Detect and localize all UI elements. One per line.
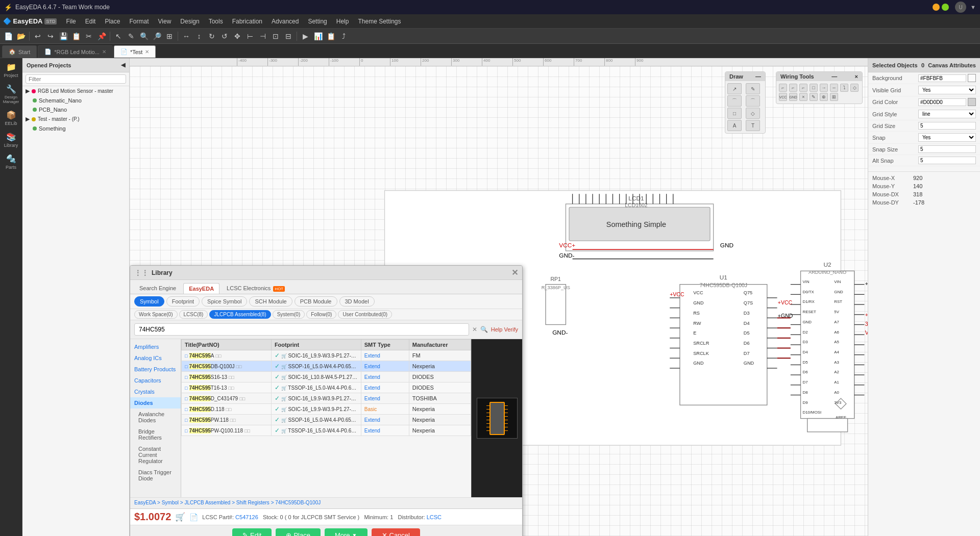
breadcrumb-shift-registers[interactable]: Shift Registers	[236, 500, 270, 505]
cat-amplifiers[interactable]: Amplifiers	[130, 341, 181, 352]
more-button[interactable]: More ▼	[325, 528, 368, 536]
type-tab-footprint[interactable]: Footprint	[166, 296, 200, 307]
search-tab-easyeda[interactable]: EasyEDA	[183, 283, 219, 294]
sidebar-item-design-manager[interactable]: 🔧 DesignManager	[2, 82, 21, 106]
class-tab-jlcpcb[interactable]: JLCPCB Assembled(8)	[209, 310, 271, 319]
tb-align-r[interactable]: ⊣	[257, 30, 269, 42]
breadcrumb-part[interactable]: 74HC595DB-Q100J	[275, 500, 321, 505]
tb-undo[interactable]: ↩	[32, 30, 44, 42]
dp-text[interactable]: A	[727, 120, 742, 131]
dp-arc1[interactable]: ⌒	[727, 95, 742, 107]
gc-color-swatch[interactable]	[968, 98, 976, 106]
cat-capacitors[interactable]: Capacitors	[130, 375, 181, 386]
tree-something[interactable]: Something	[22, 124, 129, 133]
cat-constant-current[interactable]: Constant Current Regulator	[130, 443, 181, 467]
attr-snapsize-value[interactable]	[918, 145, 976, 153]
search-clear-btn[interactable]: ✕	[472, 326, 477, 333]
wt-busentry[interactable]: ↔	[830, 84, 838, 92]
table-row[interactable]: □ 74HC595S16-13 □□ ✓ 🛒 SOIC-16_L10.8-W4.…	[182, 372, 471, 382]
class-tab-follow[interactable]: Follow(0)	[306, 310, 336, 319]
table-row-selected[interactable]: □ 74HC595DB-Q100J □□ ✓ 🛒 SSOP-16_L5.0-W4…	[182, 361, 471, 372]
class-tab-user[interactable]: User Contributed(0)	[338, 310, 392, 319]
menu-design[interactable]: Design	[176, 16, 203, 27]
tb-share[interactable]: ⤴	[337, 30, 350, 42]
popup-close-btn[interactable]: ✕	[511, 268, 518, 277]
wiring-tools-close[interactable]: ×	[855, 73, 858, 80]
tb-align-l[interactable]: ⊢	[244, 30, 256, 42]
type-tab-3d-model[interactable]: 3D Model	[339, 296, 375, 307]
user-menu[interactable]: ▼	[970, 4, 976, 10]
attr-snap-select[interactable]: YesNo	[918, 133, 976, 142]
attr-bg-value[interactable]	[918, 74, 966, 82]
cat-analog-ics[interactable]: Analog ICs	[130, 352, 181, 364]
wt-grid[interactable]: ⊞	[830, 93, 838, 101]
table-row[interactable]: □ 74HC595D.118 □□ ✓ 🛒 SOIC-16_L9.9-W3.9-…	[182, 404, 471, 415]
tb-wire[interactable]: ✎	[125, 30, 137, 42]
dp-arc2[interactable]: ⌒	[746, 95, 760, 107]
wt-noconnect[interactable]: ⤵	[840, 84, 848, 92]
tree-test-project[interactable]: ▶ Test - master - (P.)	[22, 114, 129, 124]
tb-select[interactable]: ↖	[112, 30, 125, 42]
search-tab-engine[interactable]: Search Engine	[134, 283, 181, 294]
class-tab-workspace[interactable]: Work Space(0)	[134, 310, 178, 319]
draw-panel-close[interactable]: —	[755, 73, 761, 80]
wt-power[interactable]: ◇	[850, 84, 859, 92]
component-table-area[interactable]: Title(PartNO) Footprint SMT Type Manufac…	[181, 339, 471, 497]
tb-redo[interactable]: ↪	[44, 30, 57, 42]
dp-circle[interactable]: ◇	[746, 108, 760, 119]
type-tab-sch-module[interactable]: SCH Module	[249, 296, 292, 307]
cart-button[interactable]: 🛒	[175, 512, 185, 522]
table-row[interactable]: □ 74HC595PW-Q100.118 □□ ✓ 🛒 TSSOP-16_L5.…	[182, 425, 471, 436]
sidebar-item-library[interactable]: 📚 Library	[2, 130, 21, 150]
attr-gs-select[interactable]: linedot	[918, 110, 976, 118]
table-row[interactable]: □ 74HC595D_C431479 □□ ✓ 🛒 SOIC-16_L9.9-W…	[182, 393, 471, 404]
search-tab-lcsc[interactable]: LCSC Electronics HOT	[222, 283, 290, 294]
table-row[interactable]: □ 74HC595A □□ ✓ 🛒 SOIC-16_L9.9-W3.9-P1.2…	[182, 350, 471, 361]
tb-bom[interactable]: 📋	[325, 30, 337, 42]
tb-rotate-cw[interactable]: ↻	[206, 30, 218, 42]
tb-sim[interactable]: ▶	[299, 30, 311, 42]
cat-diacs-trigger[interactable]: Diacs Trigger Diode	[130, 467, 181, 484]
tb-mirror-h[interactable]: ↔	[180, 30, 192, 42]
wt-vcc[interactable]: VCC	[779, 93, 787, 101]
tree-schematic-nano[interactable]: Schematic_Nano	[22, 96, 129, 105]
menu-format[interactable]: Format	[125, 16, 153, 27]
wt-pencil[interactable]: ✎	[810, 93, 818, 101]
sidebar-item-parts[interactable]: 🔩 Parts	[2, 152, 21, 172]
tree-pcb-nano[interactable]: PCB_Nano	[22, 105, 129, 114]
table-row[interactable]: □ 74HC595T16-13 □□ ✓ 🛒 TSSOP-16_L5.0-W4.…	[182, 382, 471, 393]
wt-netflag[interactable]: →	[820, 84, 828, 92]
class-tab-lcsc[interactable]: LCSC(8)	[179, 310, 208, 319]
sidebar-item-project[interactable]: 📁 Project	[2, 60, 21, 80]
tb-ungroup[interactable]: ⊟	[282, 30, 295, 42]
tb-zoom-in[interactable]: 🔍	[138, 30, 150, 42]
menu-place[interactable]: Place	[101, 16, 124, 27]
attr-gsize-value[interactable]	[918, 122, 976, 130]
cat-battery[interactable]: Battery Products	[130, 364, 181, 375]
canvas-area[interactable]: -400 -300 -200 -100 0 100 200 300 400 50…	[130, 58, 868, 536]
edit-button[interactable]: ✎ Edit	[232, 528, 272, 536]
wiring-tools-minimize[interactable]: —	[831, 73, 837, 80]
minimize-btn[interactable]	[933, 4, 940, 11]
tb-netlist[interactable]: 📊	[312, 30, 324, 42]
tb-new[interactable]: 📄	[2, 30, 14, 42]
wt-junction[interactable]: ⌐	[799, 84, 807, 92]
canvas-body[interactable]: Something Simple LCD1 LCD1602	[130, 66, 868, 536]
place-button[interactable]: ⊕ Place	[276, 528, 321, 536]
dp-rect[interactable]: □	[727, 108, 742, 119]
project-panel-collapse[interactable]: ◀	[121, 62, 125, 68]
tb-save[interactable]: 💾	[57, 30, 69, 42]
menu-advanced[interactable]: Advanced	[267, 16, 303, 27]
tab-test[interactable]: 📄 *Test ✕	[114, 45, 156, 58]
wt-bus[interactable]: ⌐	[789, 84, 797, 92]
tab-test-close[interactable]: ✕	[145, 49, 149, 55]
cat-bridge-rectifiers[interactable]: Bridge Rectifiers	[130, 426, 181, 443]
cat-diodes[interactable]: Diodes	[130, 397, 181, 409]
attr-vg-select[interactable]: YesNo	[918, 86, 976, 94]
sidebar-item-eelib[interactable]: 📦 EELib	[2, 108, 21, 128]
user-avatar[interactable]: U	[955, 2, 966, 13]
dp-image[interactable]: T	[746, 120, 760, 131]
menu-view[interactable]: View	[154, 16, 176, 27]
tb-rotate-ccw[interactable]: ↺	[218, 30, 231, 42]
tab-rgb[interactable]: 📄 *RGB Led Motio... ✕	[38, 45, 113, 58]
